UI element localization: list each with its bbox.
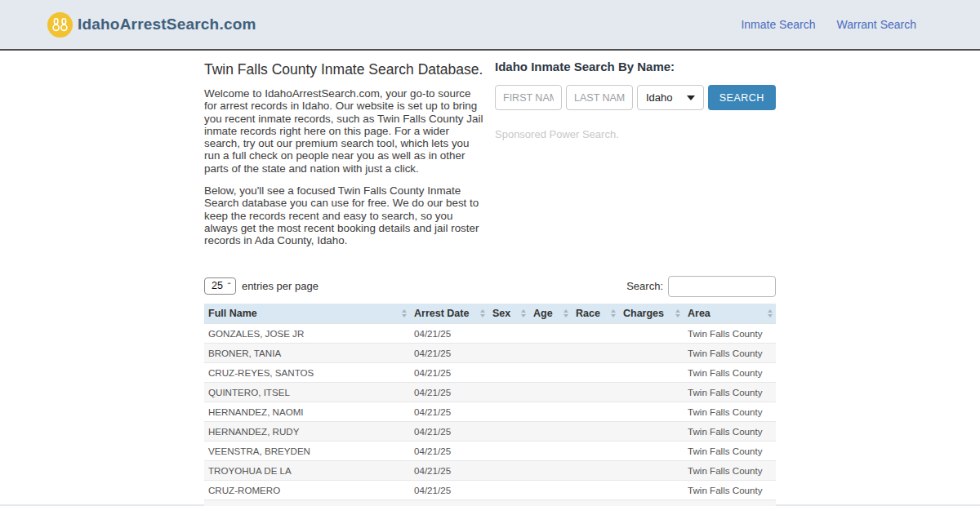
column-header-sex[interactable]: Sex [488, 304, 529, 324]
handcuffs-icon [47, 12, 73, 38]
main-nav: Inmate Search Warrant Search [741, 18, 916, 31]
cell-sex [488, 481, 529, 500]
cell-area: Twin Falls County [684, 363, 776, 383]
column-label: Sex [492, 308, 510, 319]
cell-full-name: CRUZ-ROMERO [204, 481, 410, 500]
sort-arrows-icon[interactable] [611, 309, 616, 317]
cell-full-name: TROYOHUA DE LA [204, 461, 410, 481]
column-label: Full Name [208, 308, 257, 319]
cell-full-name: HERNANDEZ, RUDY [204, 422, 410, 442]
cell-sex [488, 422, 529, 442]
cell-area: Twin Falls County [684, 324, 776, 344]
column-header-race[interactable]: Race [572, 304, 619, 324]
sort-arrows-icon[interactable] [675, 309, 680, 317]
cell-race [572, 481, 619, 500]
cell-race [572, 422, 619, 442]
column-header-full-name[interactable]: Full Name [204, 304, 410, 324]
cell-arrest-date: 04/21/25 [410, 500, 488, 506]
sort-arrows-icon[interactable] [768, 309, 773, 317]
cell-full-name: GONZALES, JOSE JR [204, 324, 410, 344]
cell-area: Twin Falls County [684, 422, 776, 442]
cell-full-name: VEENSTRA, BREYDEN [204, 442, 410, 461]
cell-age [529, 422, 572, 442]
column-label: Race [576, 308, 600, 319]
cell-race [572, 363, 619, 383]
cell-sex [488, 500, 529, 506]
column-header-age[interactable]: Age [529, 304, 572, 324]
nav-inmate-search[interactable]: Inmate Search [741, 18, 815, 31]
search-form-title: Idaho Inmate Search By Name: [495, 60, 776, 73]
cell-charges [619, 500, 684, 506]
cell-arrest-date: 04/21/25 [410, 324, 488, 344]
table-row: HERNANDEZ, NAOMI04/21/25Twin Falls Count… [204, 402, 776, 422]
cell-full-name: BRONER, TANIA [204, 344, 410, 363]
cell-area: Twin Falls County [684, 344, 776, 363]
table-row: CRUZ-ROMERO04/21/25Twin Falls County [204, 481, 776, 500]
cell-area: Twin Falls County [684, 442, 776, 461]
cell-race [572, 442, 619, 461]
cell-area: Twin Falls County [684, 481, 776, 500]
cell-age [529, 324, 572, 344]
table-search-input[interactable] [668, 276, 776, 297]
cell-arrest-date: 04/21/25 [410, 344, 488, 363]
inmate-table: Full NameArrest DateSexAgeRaceChargesAre… [204, 304, 776, 506]
logo[interactable]: IdahoArrestSearch.com [47, 12, 256, 38]
chevron-down-icon [687, 95, 695, 100]
cell-area: Twin Falls County [684, 402, 776, 422]
sponsored-text: Sponsored Power Search. [495, 128, 776, 140]
cell-sex [488, 324, 529, 344]
entries-per-page-label: entries per page [242, 280, 318, 292]
cell-charges [619, 481, 684, 500]
table-row: QUINTERO, ITSEL04/21/25Twin Falls County [204, 383, 776, 402]
sort-arrows-icon[interactable] [480, 309, 485, 317]
column-header-area[interactable]: Area [684, 304, 776, 324]
cell-age [529, 344, 572, 363]
cell-age [529, 402, 572, 422]
cell-age [529, 383, 572, 402]
chevron-down-icon: ˆ͏ [227, 282, 230, 290]
cell-race [572, 383, 619, 402]
cell-arrest-date: 04/21/25 [410, 383, 488, 402]
state-select-value: Idaho [646, 91, 673, 104]
cell-age [529, 442, 572, 461]
first-name-input[interactable] [495, 85, 562, 110]
cell-sex [488, 442, 529, 461]
sort-arrows-icon[interactable] [402, 309, 407, 317]
sort-arrows-icon[interactable] [564, 309, 568, 317]
cell-area: Twin Falls County [684, 461, 776, 481]
last-name-input[interactable] [566, 85, 633, 110]
state-select[interactable]: Idaho [637, 85, 704, 110]
cell-sex [488, 402, 529, 422]
cell-sex [488, 461, 529, 481]
nav-warrant-search[interactable]: Warrant Search [836, 18, 916, 31]
logo-text: IdahoArrestSearch.com [78, 16, 256, 33]
cell-full-name: HERNANDEZ, NAOMI [204, 402, 410, 422]
table-row: CRUZ-REYES, SANTOS04/21/25Twin Falls Cou… [204, 363, 776, 383]
page-size-select[interactable]: 25 ˆ͏ [204, 277, 236, 295]
cell-arrest-date: 04/21/25 [410, 363, 488, 383]
cell-arrest-date: 04/21/25 [410, 442, 488, 461]
column-label: Arrest Date [414, 308, 469, 319]
cell-age [529, 481, 572, 500]
column-header-charges[interactable]: Charges [619, 304, 684, 324]
inmate-table-section: 25 ˆ͏ entries per page Search: [204, 276, 776, 506]
cell-age [529, 363, 572, 383]
table-row: TROYOHUA DE LA04/21/25Twin Falls County [204, 461, 776, 481]
cell-charges [619, 422, 684, 442]
column-header-arrest-date[interactable]: Arrest Date [410, 304, 488, 324]
column-label: Age [533, 308, 553, 319]
cell-race [572, 402, 619, 422]
site-header: IdahoArrestSearch.com Inmate Search Warr… [0, 0, 980, 51]
cell-sex [488, 344, 529, 363]
table-row: ARCHULETA, MONICA04/21/25Twin Falls Coun… [204, 500, 776, 506]
table-header-row: Full NameArrest DateSexAgeRaceChargesAre… [204, 304, 776, 324]
intro-paragraph-1: Welcome to IdahoArrestSearch.com, your g… [204, 87, 483, 175]
cell-age [529, 500, 572, 506]
cell-full-name: CRUZ-REYES, SANTOS [204, 363, 410, 383]
cell-sex [488, 363, 529, 383]
table-row: HERNANDEZ, RUDY04/21/25Twin Falls County [204, 422, 776, 442]
sort-arrows-icon[interactable] [521, 309, 526, 317]
search-button[interactable]: SEARCH [708, 85, 776, 110]
table-row: GONZALES, JOSE JR04/21/25Twin Falls Coun… [204, 324, 776, 344]
cell-sex [488, 383, 529, 402]
